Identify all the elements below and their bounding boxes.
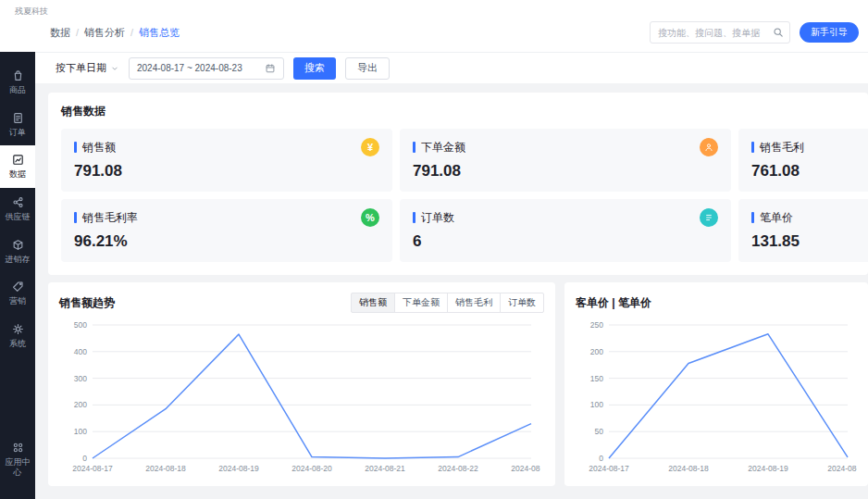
stat-card: 销售额¥791.08 — [61, 129, 392, 192]
price-per-order-card: 客单价 | 笔单价 0501001502002502024-08-172024-… — [564, 282, 868, 486]
date-type-dropdown[interactable]: 按下单日期 — [56, 61, 119, 75]
stat-head: 下单金额 — [413, 138, 718, 156]
brand-logo: 残夏科技 — [15, 6, 868, 18]
stat-label: 订单数 — [421, 210, 454, 226]
sidebar-item-marketing[interactable]: 营销 — [0, 272, 35, 315]
stat-label: 下单金额 — [421, 140, 465, 156]
document-icon — [11, 111, 25, 125]
stat-head: 销售额¥ — [74, 138, 379, 156]
breadcrumb-item[interactable]: 数据 — [50, 26, 70, 40]
chart-tab[interactable]: 下单金额 — [394, 293, 448, 313]
date-type-label: 按下单日期 — [56, 61, 106, 75]
svg-text:0: 0 — [82, 454, 87, 463]
chart-title: 销售额趋势 — [59, 295, 115, 311]
price-per-order-chart: 0501001502002502024-08-172024-08-182024-… — [576, 318, 857, 477]
export-button[interactable]: 导出 — [345, 57, 390, 80]
global-search — [650, 21, 790, 44]
chart-head: 销售额趋势 销售额下单金额销售毛利订单数 — [59, 292, 544, 314]
grid-icon — [11, 441, 25, 455]
sidebar-item-system[interactable]: 系统 — [0, 315, 35, 357]
app-root: 残夏科技 数据/销售分析/销售总览 新手引导 商品订单数据供应链进销存营销系统 … — [0, 0, 868, 499]
sales-trend-chart: 01002003004005002024-08-172024-08-182024… — [59, 318, 540, 477]
body-row: 商品订单数据供应链进销存营销系统 应用中心 按下单日期 2024-08-17 ~… — [0, 52, 868, 499]
main-column: 按下单日期 2024-08-17 ~ 2024-08-23 搜索 导出 销售数据… — [35, 52, 868, 499]
stat-label: 笔单价 — [760, 210, 793, 226]
svg-text:0: 0 — [599, 454, 603, 463]
chart-head: 客单价 | 笔单价 — [576, 292, 857, 314]
svg-text:200: 200 — [590, 347, 603, 356]
stat-accent-bar — [74, 212, 77, 223]
sidebar-item-label: 应用中心 — [0, 457, 35, 479]
breadcrumb-separator: / — [76, 27, 79, 38]
chart-title: 客单价 | 笔单价 — [576, 295, 651, 311]
sidebar-item-supply-chain[interactable]: 供应链 — [0, 188, 35, 231]
stat-head: 订单数 — [413, 208, 718, 227]
list-icon — [700, 208, 718, 227]
sidebar-item-label: 供应链 — [4, 212, 32, 223]
stat-label: 销售额 — [82, 140, 116, 156]
stat-card: 笔单价131.85 — [738, 199, 868, 262]
calendar-icon — [265, 63, 276, 74]
stat-accent-bar — [413, 212, 415, 223]
svg-text:500: 500 — [74, 320, 87, 330]
logo-row: 残夏科技 — [0, 0, 868, 20]
search-icon — [772, 26, 785, 39]
search-input[interactable] — [650, 21, 790, 44]
date-range-input[interactable]: 2024-08-17 ~ 2024-08-23 — [129, 57, 284, 80]
percent-icon: % — [361, 208, 379, 227]
section-title: 销售数据 — [61, 104, 855, 119]
tag-icon — [11, 280, 25, 293]
svg-text:400: 400 — [74, 347, 87, 356]
chart-icon — [11, 153, 25, 167]
stats-grid: 销售额¥791.08下单金额791.08销售毛利761.08销售毛利率%96.2… — [61, 129, 855, 262]
stat-accent-bar — [413, 142, 415, 153]
charts-row: 销售额趋势 销售额下单金额销售毛利订单数 0100200300400500202… — [48, 282, 868, 486]
sales-data-card: 销售数据 销售额¥791.08下单金额791.08销售毛利761.08销售毛利率… — [48, 93, 868, 275]
sidebar-item-inventory[interactable]: 进销存 — [0, 231, 35, 273]
svg-text:2024-08-17: 2024-08-17 — [589, 464, 629, 473]
svg-text:50: 50 — [595, 427, 604, 436]
svg-text:100: 100 — [74, 427, 87, 436]
stat-value: 761.08 — [751, 162, 868, 181]
stat-accent-bar — [74, 142, 77, 153]
svg-text:250: 250 — [590, 320, 603, 330]
svg-text:2024-08-21: 2024-08-21 — [365, 464, 405, 473]
svg-text:2024-08-20: 2024-08-20 — [291, 464, 332, 473]
sidebar-item-label: 营销 — [7, 296, 28, 307]
sidebar-item-data[interactable]: 数据 — [0, 145, 35, 188]
chart-tab[interactable]: 订单数 — [500, 293, 544, 313]
sidebar-item-app-center[interactable]: 应用中心 — [0, 433, 35, 486]
sales-trend-card: 销售额趋势 销售额下单金额销售毛利订单数 0100200300400500202… — [48, 282, 555, 486]
stat-card: 销售毛利761.08 — [738, 129, 868, 192]
sidebar-item-label: 数据 — [7, 169, 28, 181]
stat-card: 订单数6 — [400, 199, 731, 262]
newbie-guide-button[interactable]: 新手引导 — [800, 22, 859, 43]
stat-head: 笔单价 — [751, 208, 868, 227]
stat-value: 791.08 — [413, 162, 718, 181]
chevron-down-icon — [110, 64, 119, 73]
page-content: 销售数据 销售额¥791.08下单金额791.08销售毛利761.08销售毛利率… — [35, 83, 868, 499]
sidebar-item-orders[interactable]: 订单 — [0, 104, 35, 146]
stat-value: 96.21% — [74, 232, 379, 251]
stat-accent-bar — [751, 212, 754, 223]
svg-text:2024-08-17: 2024-08-17 — [72, 464, 113, 473]
share-icon — [11, 195, 25, 209]
stat-accent-bar — [751, 142, 754, 153]
chart-tab[interactable]: 销售毛利 — [447, 293, 501, 313]
svg-text:150: 150 — [590, 374, 603, 383]
sidebar-item-products[interactable]: 商品 — [0, 61, 35, 104]
stat-card: 销售毛利率%96.21% — [61, 199, 392, 262]
breadcrumb-item[interactable]: 销售分析 — [84, 26, 125, 40]
date-range-value: 2024-08-17 ~ 2024-08-23 — [137, 63, 242, 73]
sidebar-item-label: 订单 — [7, 128, 28, 139]
chart-tab[interactable]: 销售额 — [351, 293, 395, 313]
sidebar-nav: 商品订单数据供应链进销存营销系统 — [0, 61, 35, 357]
breadcrumb-item[interactable]: 销售总览 — [139, 26, 180, 40]
svg-text:2024-08-20: 2024-08-20 — [827, 464, 857, 473]
breadcrumb-separator: / — [130, 27, 133, 38]
svg-text:2024-08-22: 2024-08-22 — [438, 464, 478, 473]
header-right: 新手引导 — [650, 21, 859, 44]
search-button[interactable]: 搜索 — [293, 57, 336, 80]
stat-value: 131.85 — [751, 232, 868, 251]
sidebar-item-label: 进销存 — [4, 255, 32, 266]
